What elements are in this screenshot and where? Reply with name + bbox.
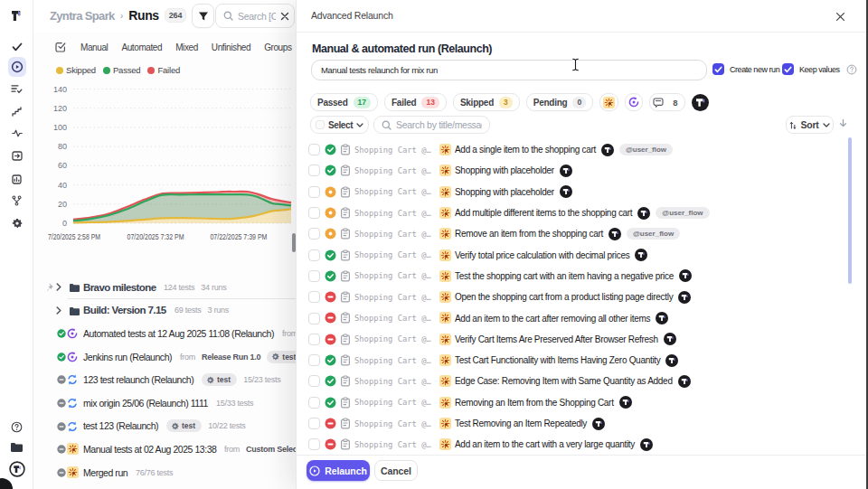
tab-groups[interactable]: Groups <box>264 42 291 52</box>
test-title[interactable]: Shopping with placeholder <box>455 165 554 175</box>
test-row[interactable]: Shopping Cart @…Add an item to the cart … <box>297 434 868 454</box>
run-title[interactable]: 123 test relaunch (Relaunch) <box>83 374 193 385</box>
test-row[interactable]: Shopping Cart @…Open the shopping cart f… <box>297 287 868 307</box>
test-checkbox[interactable] <box>308 354 320 366</box>
sidebar-item-list-check[interactable] <box>0 78 33 99</box>
app-logo[interactable] <box>0 5 33 26</box>
tab-manual[interactable]: Manual <box>80 42 108 52</box>
sidebar-item-gear[interactable] <box>0 212 33 234</box>
relaunch-button[interactable]: Relaunch <box>307 460 370 481</box>
sidebar-item-branch[interactable] <box>0 190 33 212</box>
filter-chip-comment-icon[interactable]: 8 <box>649 93 684 111</box>
clear-search-icon[interactable] <box>280 12 289 21</box>
test-title[interactable]: Add a single item to the shopping cart <box>455 145 596 155</box>
test-row[interactable]: Shopping Cart @…Removing an Item from th… <box>297 392 868 413</box>
test-checkbox[interactable] <box>308 228 320 240</box>
test-title[interactable]: Removing an Item from the Shopping Cart <box>455 398 614 408</box>
chevron-right-icon[interactable] <box>56 306 61 315</box>
test-row[interactable]: Shopping Cart @…Verify Cart Items Are Pr… <box>297 329 868 350</box>
tab-automated[interactable]: Automated <box>121 42 162 52</box>
sidebar-item-check[interactable] <box>0 36 33 58</box>
run-title[interactable]: Merged run <box>83 467 127 478</box>
run-title[interactable]: Manual tests at 02 Aug 2025 13:38 <box>83 444 216 455</box>
test-title[interactable]: Verify Cart Items Are Preserved After Br… <box>455 334 658 344</box>
run-name-input[interactable]: Manual tests relaunch for mix run <box>311 60 707 80</box>
test-title[interactable]: Test the shopping cart with an item havi… <box>455 271 674 281</box>
test-row[interactable]: Shopping Cart @…Remove an item from the … <box>297 223 868 244</box>
test-checkbox[interactable] <box>308 438 320 450</box>
filter-chip-automated-icon[interactable] <box>625 93 643 111</box>
test-checkbox[interactable] <box>308 375 320 387</box>
test-row[interactable]: Shopping Cart @…Verify total price calcu… <box>297 245 868 266</box>
test-checkbox[interactable] <box>308 165 320 176</box>
test-row[interactable]: Shopping Cart @…Test the shopping cart w… <box>297 266 868 287</box>
page-scrollbar[interactable] <box>292 233 296 252</box>
run-title[interactable]: test 123 (Relaunch) <box>83 420 158 431</box>
test-row[interactable]: Shopping Cart @…Test Removing an Item Re… <box>297 413 868 434</box>
create-new-run-checkbox[interactable]: Create new run <box>712 63 779 75</box>
test-row[interactable]: Shopping Cart @…Shopping with placeholde… <box>297 182 868 202</box>
tests-search-input[interactable]: Search by title/message <box>373 116 490 134</box>
modal-scrollbar[interactable] <box>848 137 852 284</box>
filter-chip-passed[interactable]: Passed17 <box>310 93 378 111</box>
tab-unfinished[interactable]: Unfinished <box>212 42 250 52</box>
cancel-button[interactable]: Cancel <box>374 460 418 481</box>
filter-chip-pending[interactable]: Pending0 <box>526 93 593 111</box>
sidebar-item-play-circle[interactable] <box>0 56 33 78</box>
sidebar-item-box-arrow[interactable] <box>0 145 33 166</box>
test-row[interactable]: Shopping Cart @…Add a single item to the… <box>297 139 868 160</box>
run-title[interactable]: Jenkins run (Relaunch) <box>83 352 172 362</box>
help-circle-icon[interactable] <box>11 421 23 433</box>
test-title[interactable]: Verify total price calculation with deci… <box>455 250 629 260</box>
breadcrumb-project[interactable]: Zyntra Spark <box>50 9 115 23</box>
test-row[interactable]: Shopping Cart @…Edge Case: Removing Item… <box>297 371 868 391</box>
logo-circle-icon[interactable] <box>9 461 25 477</box>
filter-button[interactable] <box>192 4 214 28</box>
test-title[interactable]: Test Removing an Item Repeatedly <box>455 418 587 428</box>
chevron-right-icon[interactable] <box>56 283 61 291</box>
global-search-input[interactable]: Search [Ctrl+K] <box>215 4 295 28</box>
test-checkbox[interactable] <box>308 291 320 303</box>
run-title[interactable]: Build: Version 7.15 <box>83 305 166 315</box>
folder-dark-icon[interactable] <box>10 442 24 453</box>
filter-chip-flaky-icon[interactable] <box>599 93 618 111</box>
test-checkbox[interactable] <box>308 418 320 429</box>
test-row[interactable]: Shopping Cart @…Add multiple different i… <box>297 202 868 223</box>
download-icon[interactable] <box>838 118 848 128</box>
close-icon[interactable] <box>833 9 847 24</box>
test-title[interactable]: Shopping with placeholder <box>455 187 554 197</box>
test-title[interactable]: Test Cart Functionality with Items Havin… <box>455 355 660 365</box>
test-checkbox[interactable] <box>308 144 320 155</box>
run-title[interactable]: Automated tests at 12 Aug 2025 11:08 (Re… <box>83 328 274 339</box>
test-row[interactable]: Shopping Cart @…Add an item to the cart … <box>297 307 868 328</box>
test-row[interactable]: Shopping Cart @…Shopping with placeholde… <box>297 160 868 181</box>
help-circle-icon[interactable] <box>846 64 857 75</box>
run-title[interactable]: Bravo milestone <box>83 282 156 293</box>
logo-filter-chip[interactable] <box>692 94 709 111</box>
tab-mixed[interactable]: Mixed <box>175 42 198 52</box>
breadcrumb-page[interactable]: Runs <box>128 8 158 23</box>
test-title[interactable]: Add multiple different items to the shop… <box>455 208 632 218</box>
test-checkbox[interactable] <box>308 249 320 261</box>
test-row[interactable]: Shopping Cart @…Test Cart Functionality … <box>297 350 868 371</box>
sidebar-item-steps[interactable] <box>0 100 33 122</box>
test-checkbox[interactable] <box>308 334 320 345</box>
test-title[interactable]: Add an item to the cart with a very larg… <box>455 439 635 449</box>
sort-button[interactable]: Sort <box>786 116 834 134</box>
sidebar-item-pulse[interactable] <box>0 122 33 144</box>
filter-chip-skipped[interactable]: Skipped3 <box>453 93 520 111</box>
select-dropdown[interactable]: Select <box>310 116 369 134</box>
test-checkbox[interactable] <box>308 270 320 282</box>
test-checkbox[interactable] <box>308 313 320 324</box>
test-title[interactable]: Open the shopping cart from a product li… <box>455 292 673 302</box>
keep-values-checkbox[interactable]: Keep values <box>782 63 857 75</box>
test-checkbox[interactable] <box>308 397 320 409</box>
test-title[interactable]: Remove an item from the shopping cart <box>455 229 603 239</box>
test-checkbox[interactable] <box>308 207 320 219</box>
test-checkbox[interactable] <box>308 186 320 198</box>
filter-chip-failed[interactable]: Failed13 <box>384 93 447 111</box>
run-state-icon[interactable] <box>55 42 66 52</box>
sidebar-item-report[interactable] <box>0 168 33 190</box>
test-title[interactable]: Edge Case: Removing Item with Same Quant… <box>455 376 673 386</box>
test-title[interactable]: Add an item to the cart after removing a… <box>455 314 650 324</box>
